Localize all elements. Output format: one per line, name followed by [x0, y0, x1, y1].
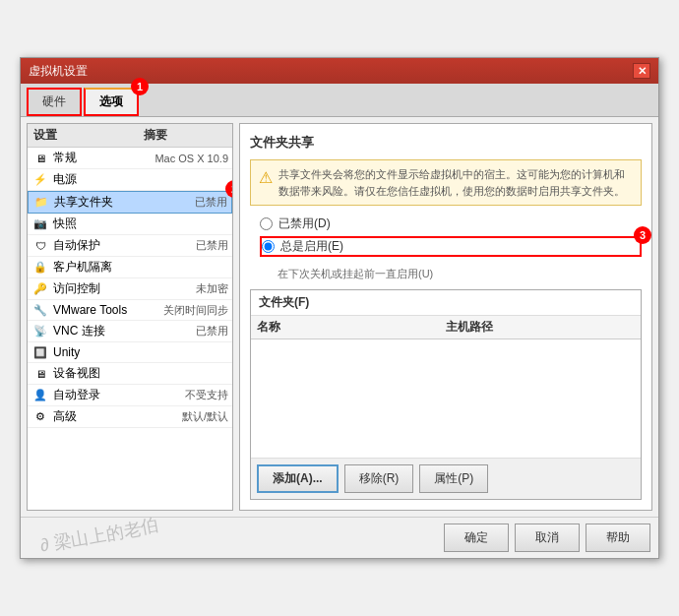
folders-title: 文件夹(F) [251, 290, 641, 316]
bottom-bar: 确定 取消 帮助 [21, 517, 658, 558]
radio-disabled-label: 已禁用(D) [278, 216, 331, 232]
setting-autologin[interactable]: 👤 自动登录 不受支持 [28, 385, 232, 406]
ok-button[interactable]: 确定 [444, 524, 509, 552]
col-host-path-label: 主机路径 [446, 319, 635, 336]
setting-vnc[interactable]: 📡 VNC 连接 已禁用 [28, 321, 232, 342]
vnc-icon: 📡 [31, 324, 49, 339]
col-setting-label: 设置 [28, 124, 138, 147]
radio-disabled-item[interactable]: 已禁用(D) [260, 216, 642, 232]
setting-power[interactable]: ⚡ 电源 [28, 169, 232, 191]
share-title: 文件夹共享 [250, 134, 642, 152]
setting-vmware-tools[interactable]: 🔧 VMware Tools 关闭时间同步 [28, 300, 232, 321]
setting-isolation[interactable]: 🔒 客户机隔离 [28, 257, 232, 278]
right-panel: 文件夹共享 ⚠ 共享文件夹会将您的文件显示给虚拟机中的宿主。这可能为您的计算机和… [239, 123, 652, 511]
tab-hardware[interactable]: 硬件 [27, 88, 82, 116]
setting-snapshots[interactable]: 📷 快照 [28, 214, 232, 235]
snapshot-icon: 📷 [31, 216, 49, 232]
general-icon: 🖥 [31, 151, 49, 166]
radio-always-label: 总是启用(E) [280, 238, 343, 255]
warning-text: 共享文件夹会将您的文件显示给虚拟机中的宿主。这可能为您的计算机和数据带来风险。请… [278, 166, 633, 199]
tab-options[interactable]: 选项 1 [84, 88, 139, 116]
list-header: 设置 摘要 [28, 124, 232, 148]
autologin-icon: 👤 [31, 388, 49, 403]
add-button[interactable]: 添加(A)... [257, 464, 339, 493]
settings-list: 设置 摘要 🖥 常规 Mac OS X 10.9 ⚡ 电源 📁 共享文件夹 已禁… [27, 123, 233, 511]
folders-buttons: 添加(A)... 移除(R) 属性(P) [251, 458, 641, 499]
folders-table-header: 名称 主机路径 [251, 316, 641, 339]
isolation-icon: 🔒 [31, 260, 49, 276]
properties-button[interactable]: 属性(P) [419, 464, 488, 493]
autoprotect-icon: 🛡 [31, 238, 49, 254]
col-name-label: 名称 [257, 319, 446, 336]
setting-unity[interactable]: 🔲 Unity [28, 342, 232, 363]
setting-general[interactable]: 🖥 常规 Mac OS X 10.9 [28, 148, 232, 169]
access-icon: 🔑 [31, 281, 49, 297]
warning-box: ⚠ 共享文件夹会将您的文件显示给虚拟机中的宿主。这可能为您的计算机和数据带来风险… [250, 159, 642, 206]
main-window: 虚拟机设置 ✕ 硬件 选项 1 设置 摘要 🖥 常规 Mac OS X 10.9 [20, 57, 659, 559]
radio-disabled[interactable] [260, 217, 273, 230]
warning-icon: ⚠ [259, 166, 273, 199]
advanced-icon: ⚙ [31, 409, 49, 425]
help-button[interactable]: 帮助 [586, 524, 650, 552]
tools-icon: 🔧 [31, 302, 49, 318]
titlebar: 虚拟机设置 ✕ [21, 58, 658, 84]
device-icon: 🖥 [31, 366, 49, 382]
setting-advanced[interactable]: ⚙ 高级 默认/默认 [28, 406, 232, 428]
radio-always[interactable] [262, 240, 275, 253]
window-title: 虚拟机设置 [29, 63, 88, 80]
radio-always-item[interactable]: 总是启用(E) 3 [260, 236, 642, 257]
power-icon: ⚡ [31, 172, 49, 188]
cancel-button[interactable]: 取消 [515, 524, 580, 552]
unity-icon: 🔲 [31, 344, 49, 360]
close-button[interactable]: ✕ [633, 63, 650, 79]
setting-device-view[interactable]: 🖥 设备视图 [28, 363, 232, 385]
folder-icon: 📁 [32, 195, 50, 211]
main-content: 设置 摘要 🖥 常规 Mac OS X 10.9 ⚡ 电源 📁 共享文件夹 已禁… [21, 117, 658, 517]
folders-body [251, 339, 641, 458]
folders-section: 文件夹(F) 名称 主机路径 添加(A)... 移除(R) 属性(P) [250, 289, 642, 500]
radio-hint: 在下次关机或挂起前一直启用(U) [250, 267, 642, 281]
setting-access-control[interactable]: 🔑 访问控制 未加密 [28, 278, 232, 300]
setting-shared-folders[interactable]: 📁 共享文件夹 已禁用 2 [28, 191, 232, 214]
tab-bar: 硬件 选项 1 [21, 84, 658, 117]
share-section: 文件夹共享 ⚠ 共享文件夹会将您的文件显示给虚拟机中的宿主。这可能为您的计算机和… [239, 123, 652, 511]
setting-autoprotect[interactable]: 🛡 自动保护 已禁用 [28, 235, 232, 257]
radio-group: 已禁用(D) 总是启用(E) 3 [250, 216, 642, 257]
remove-button[interactable]: 移除(R) [344, 464, 414, 493]
col-summary-label: 摘要 [138, 124, 232, 147]
